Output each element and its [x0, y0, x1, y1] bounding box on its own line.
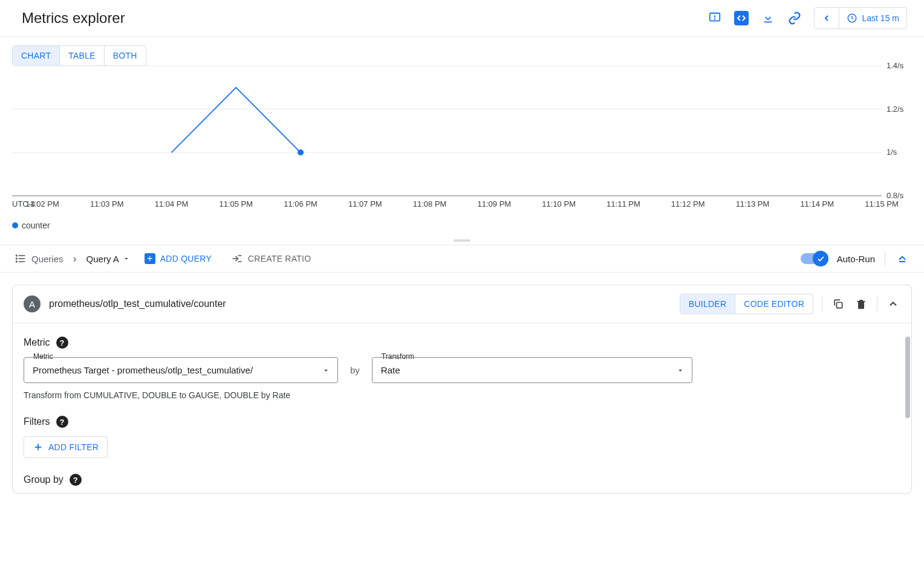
caret-down-icon [322, 366, 330, 375]
svg-text:11:04 PM: 11:04 PM [155, 199, 189, 208]
svg-text:11:06 PM: 11:06 PM [284, 199, 317, 208]
check-icon [816, 254, 825, 263]
code-editor-mode-button[interactable]: CODE EDITOR [735, 294, 813, 314]
link-icon[interactable] [787, 11, 802, 25]
svg-rect-3 [764, 22, 772, 23]
svg-text:1.4/s: 1.4/s [887, 61, 904, 70]
by-label: by [350, 365, 360, 375]
svg-text:11:03 PM: 11:03 PM [90, 199, 124, 208]
svg-text:0.8/s: 0.8/s [887, 191, 904, 200]
svg-text:1.2/s: 1.2/s [887, 105, 904, 114]
delete-icon[interactable] [854, 297, 868, 311]
create-ratio-button[interactable]: CREATE RATIO [226, 253, 316, 265]
svg-text:11:10 PM: 11:10 PM [542, 199, 576, 208]
transform-select[interactable]: Rate [372, 357, 692, 383]
queries-label: Queries [31, 254, 63, 264]
svg-text:UTC-4: UTC-4 [12, 199, 35, 208]
svg-point-32 [16, 255, 18, 256]
page-title: Metrics explorer [22, 10, 125, 27]
collapse-all-icon[interactable] [895, 251, 909, 266]
add-query-button[interactable]: + ADD QUERY [140, 253, 216, 264]
chevron-left-icon[interactable] [815, 8, 839, 28]
divider [877, 297, 877, 311]
ratio-icon [231, 253, 243, 265]
help-icon[interactable]: ? [56, 337, 68, 349]
svg-text:11:07 PM: 11:07 PM [348, 199, 382, 208]
svg-text:11:05 PM: 11:05 PM [219, 199, 253, 208]
builder-mode-button[interactable]: BUILDER [680, 294, 735, 314]
list-icon [15, 253, 27, 265]
svg-text:11:09 PM: 11:09 PM [478, 199, 512, 208]
svg-rect-39 [837, 303, 842, 308]
svg-text:11:08 PM: 11:08 PM [413, 199, 447, 208]
mode-toggle: BUILDER CODE EDITOR [680, 294, 813, 314]
metric-select[interactable]: Prometheus Target - prometheus/otlp_test… [24, 357, 338, 383]
collapse-icon[interactable] [886, 297, 900, 311]
legend-label: counter [22, 221, 50, 230]
svg-text:11:11 PM: 11:11 PM [607, 199, 640, 208]
svg-point-33 [16, 258, 18, 259]
divider [885, 251, 885, 266]
divider [822, 297, 822, 311]
chevron-right-icon: › [73, 253, 77, 265]
time-range-label: Last 15 m [862, 13, 899, 23]
svg-point-28 [298, 149, 304, 155]
svg-point-2 [714, 19, 715, 19]
plus-icon [33, 442, 44, 453]
auto-run-toggle[interactable] [801, 253, 827, 264]
metric-heading: Metric [24, 337, 50, 348]
code-icon[interactable] [734, 11, 749, 25]
transform-note: Transform from CUMULATIVE, DOUBLE to GAU… [24, 390, 900, 400]
drag-handle[interactable] [0, 236, 924, 245]
svg-text:11:15 PM: 11:15 PM [865, 199, 899, 208]
chart[interactable]: 1.4/s1.2/s1/s0.8/s11:02 PM11:03 PM11:04 … [12, 48, 912, 217]
caret-down-icon [123, 255, 130, 262]
query-dropdown[interactable]: Query A [86, 254, 130, 264]
svg-point-34 [16, 261, 18, 262]
query-badge: A [24, 295, 41, 312]
caret-down-icon [676, 366, 685, 375]
clock-icon [847, 13, 857, 24]
copy-icon[interactable] [831, 297, 845, 311]
svg-text:11:12 PM: 11:12 PM [671, 199, 705, 208]
query-title: prometheus/otlp_test_cumulative/counter [49, 299, 226, 309]
auto-run-label: Auto-Run [837, 254, 875, 264]
group-by-heading: Group by [24, 474, 63, 485]
add-filter-button[interactable]: ADD FILTER [24, 436, 108, 458]
svg-text:1/s: 1/s [887, 147, 897, 157]
svg-text:11:14 PM: 11:14 PM [800, 199, 834, 208]
svg-text:11:13 PM: 11:13 PM [736, 199, 770, 208]
help-icon[interactable]: ? [70, 474, 82, 486]
plus-icon: + [145, 253, 155, 264]
legend-dot-icon [12, 222, 18, 228]
feedback-icon[interactable] [708, 11, 722, 25]
download-icon[interactable] [761, 11, 775, 25]
help-icon[interactable]: ? [56, 416, 68, 428]
filters-heading: Filters [24, 416, 50, 427]
time-range-selector[interactable]: Last 15 m [814, 7, 907, 29]
scrollbar[interactable] [905, 337, 910, 486]
